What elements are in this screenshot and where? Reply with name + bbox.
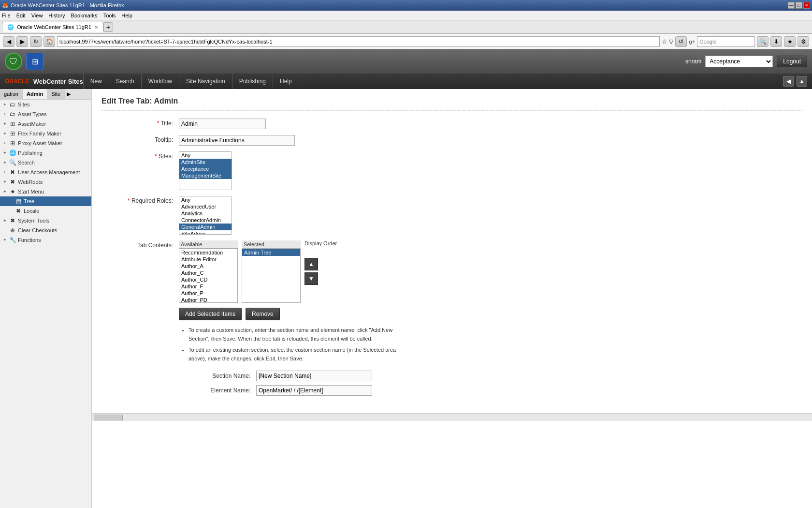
title-input[interactable]	[179, 119, 266, 129]
sidebar-item-proxy-asset-maker[interactable]: + ⊞ Proxy Asset Maker	[0, 138, 91, 148]
tab-close-icon[interactable]: ✕	[94, 25, 98, 30]
logout-button[interactable]: Logout	[777, 56, 807, 67]
expander-locale	[8, 208, 14, 214]
settings-icon[interactable]: ⚙	[798, 36, 809, 47]
menu-bookmarks[interactable]: Bookmarks	[71, 13, 98, 18]
menu-file[interactable]: File	[2, 13, 11, 18]
sites-listbox[interactable]: Any AdminSite Acceptance ManagementSite	[179, 151, 232, 190]
nav-forward-arrow[interactable]: ▲	[797, 76, 807, 87]
site-option-managementsite[interactable]: ManagementSite	[179, 172, 232, 179]
available-item-author-a[interactable]: Author_A	[179, 263, 237, 269]
tooltip-input[interactable]	[179, 135, 295, 146]
nav-workflow[interactable]: Workflow	[142, 74, 179, 89]
reload-button[interactable]: ↻	[30, 36, 42, 47]
available-item-author-pd[interactable]: Author_PD	[179, 297, 237, 302]
proxy-icon: ⊞	[9, 139, 16, 147]
oracle-nav-items: New Search Workflow Site Navigation Publ…	[83, 74, 299, 89]
site-dropdown[interactable]: Acceptance	[705, 56, 773, 67]
role-site[interactable]: SiteAdmin	[179, 230, 232, 235]
sidebar-item-locale[interactable]: ✖ Locale	[0, 206, 91, 216]
sidebar-item-clear-checkouts[interactable]: ⊕ Clear Checkouts	[0, 225, 91, 235]
available-item-author-cd[interactable]: Author_CD	[179, 276, 237, 283]
browser-tab-active[interactable]: 🌐 Oracle WebCenter Sites 11gR1 ✕	[2, 22, 103, 32]
selected-item-admin-tree[interactable]: Admin Tree	[242, 249, 300, 256]
available-item-recommendation[interactable]: Recommendation	[179, 249, 237, 256]
role-any[interactable]: Any	[179, 196, 232, 203]
app-new-icon[interactable]: ⊞	[26, 53, 44, 70]
address-input[interactable]	[57, 36, 660, 47]
available-section: Available Recommendation Attribute Edito…	[179, 240, 238, 303]
menu-edit[interactable]: Edit	[16, 13, 26, 18]
nav-site-navigation[interactable]: Site Navigation	[179, 74, 232, 89]
bullet2: To edit an existing custom section, sele…	[188, 346, 411, 363]
close-button[interactable]: ✕	[803, 2, 810, 9]
sidebar-item-start-menu[interactable]: + ★ Start Menu	[0, 187, 91, 196]
flex-icon: ⊞	[9, 130, 16, 137]
nav-back-arrow[interactable]: ◀	[783, 76, 794, 87]
nav-new[interactable]: New	[83, 74, 109, 89]
sidebar-item-webroots[interactable]: + ✖ WebRoots	[0, 177, 91, 187]
available-item-author-c[interactable]: Author_C	[179, 269, 237, 276]
menu-help[interactable]: Help	[121, 13, 132, 18]
nav-help[interactable]: Help	[273, 74, 299, 89]
role-general[interactable]: GeneralAdmin	[179, 224, 232, 230]
sidebar-tab-admin[interactable]: Admin	[23, 89, 47, 99]
sidebar-item-system-tools[interactable]: + ✖ System Tools	[0, 216, 91, 225]
role-connector[interactable]: ConnectorAdmin	[179, 217, 232, 224]
browser-search-input[interactable]	[697, 36, 755, 47]
nav-publishing[interactable]: Publishing	[232, 74, 273, 89]
sidebar-label-system-tools: System Tools	[18, 218, 49, 224]
sidebar-item-user-access[interactable]: + ✖ User Access Management	[0, 167, 91, 177]
minimize-button[interactable]: —	[788, 2, 795, 9]
available-item-author-p[interactable]: Author_P	[179, 290, 237, 297]
role-advanced[interactable]: AdvancedUser	[179, 203, 232, 210]
element-name-input[interactable]	[256, 385, 372, 396]
sidebar-tab-site[interactable]: Site	[47, 89, 65, 99]
action-buttons: Add Selected Items Remove	[179, 308, 411, 320]
sidebar: gation Admin Site ▶ + 🗂 Sites + 🗂 Asset …	[0, 89, 92, 508]
sidebar-item-tree[interactable]: ▤ Tree	[0, 196, 91, 206]
scrollbar-thumb[interactable]	[94, 415, 123, 420]
sidebar-item-assetmaker[interactable]: + ⊞ AssetMaker	[0, 119, 91, 129]
sidebar-item-flex-family-maker[interactable]: + ⊞ Flex Family Maker	[0, 129, 91, 138]
roles-listbox[interactable]: Any AdvancedUser Analytics ConnectorAdmi…	[179, 196, 232, 235]
menu-view[interactable]: View	[31, 13, 43, 18]
sidebar-tab-navigation[interactable]: gation	[0, 89, 23, 99]
back-button[interactable]: ◀	[3, 36, 14, 47]
available-item-attr-editor[interactable]: Attribute Editor	[179, 256, 237, 263]
sites-label: * Sites:	[102, 151, 179, 160]
system-tools-icon: ✖	[9, 217, 16, 224]
sidebar-item-sites[interactable]: + 🗂 Sites	[0, 100, 91, 109]
nav-search[interactable]: Search	[109, 74, 142, 89]
menu-tools[interactable]: Tools	[103, 13, 116, 18]
menu-history[interactable]: History	[48, 13, 65, 18]
available-item-author-f[interactable]: Author_F	[179, 283, 237, 290]
app-home-icon[interactable]: 🛡	[5, 53, 22, 70]
forward-button[interactable]: ▶	[16, 36, 28, 47]
sidebar-tab-more[interactable]: ▶	[65, 89, 72, 99]
maximize-button[interactable]: □	[796, 2, 802, 9]
horizontal-scrollbar[interactable]	[92, 413, 812, 421]
section-name-input[interactable]	[256, 371, 372, 381]
expander-start-menu: +	[2, 189, 8, 194]
sidebar-item-search[interactable]: + 🔍 Search	[0, 158, 91, 167]
star-icon: ☆	[662, 38, 667, 45]
site-option-acceptance[interactable]: Acceptance	[179, 165, 232, 172]
sidebar-item-publishing[interactable]: + 🌐 Publishing	[0, 148, 91, 158]
bookmark-icon[interactable]: ★	[784, 36, 796, 47]
role-analytics[interactable]: Analytics	[179, 210, 232, 217]
address-bar: ◀ ▶ ↻ 🏠 ☆ ▽ ↺ g+ 🔍 ⬇ ★ ⚙	[0, 34, 812, 49]
site-option-any[interactable]: Any	[179, 152, 232, 159]
download-icon[interactable]: ⬇	[770, 36, 782, 47]
sidebar-item-functions[interactable]: + 🔧 Functions	[0, 235, 91, 245]
refresh-icon[interactable]: ↺	[675, 36, 687, 47]
order-up-button[interactable]: ▲	[304, 258, 318, 270]
sidebar-item-asset-types[interactable]: + 🗂 Asset Types	[0, 109, 91, 119]
home-button[interactable]: 🏠	[44, 36, 55, 47]
search-icon[interactable]: 🔍	[757, 36, 768, 47]
order-down-button[interactable]: ▼	[304, 272, 318, 285]
remove-button[interactable]: Remove	[246, 308, 280, 320]
new-tab-button[interactable]: +	[103, 22, 113, 32]
site-option-adminsite[interactable]: AdminSite	[179, 159, 232, 165]
add-selected-button[interactable]: Add Selected Items	[179, 308, 242, 320]
